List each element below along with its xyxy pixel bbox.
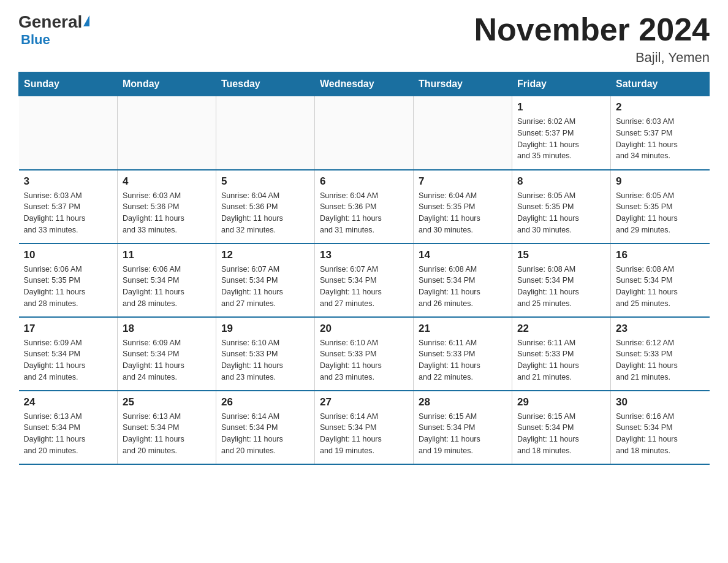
table-row: 7Sunrise: 6:04 AM Sunset: 5:35 PM Daylig… xyxy=(414,170,512,243)
day-info: Sunrise: 6:02 AM Sunset: 5:37 PM Dayligh… xyxy=(517,116,605,162)
day-info: Sunrise: 6:04 AM Sunset: 5:35 PM Dayligh… xyxy=(419,190,507,236)
day-info: Sunrise: 6:05 AM Sunset: 5:35 PM Dayligh… xyxy=(517,190,605,236)
day-info: Sunrise: 6:03 AM Sunset: 5:36 PM Dayligh… xyxy=(123,190,211,236)
day-number: 10 xyxy=(24,249,113,261)
logo-text: General xyxy=(18,12,89,32)
day-info: Sunrise: 6:11 AM Sunset: 5:33 PM Dayligh… xyxy=(517,337,605,383)
day-info: Sunrise: 6:12 AM Sunset: 5:33 PM Dayligh… xyxy=(616,337,705,383)
logo-general-text: General xyxy=(18,12,82,32)
table-row xyxy=(118,96,216,170)
table-row: 12Sunrise: 6:07 AM Sunset: 5:34 PM Dayli… xyxy=(216,243,315,317)
table-row xyxy=(216,96,315,170)
day-number: 8 xyxy=(517,175,605,188)
calendar-header: Sunday Monday Tuesday Wednesday Thursday… xyxy=(19,72,710,96)
table-row: 14Sunrise: 6:08 AM Sunset: 5:34 PM Dayli… xyxy=(414,243,512,317)
calendar-week-row: 24Sunrise: 6:13 AM Sunset: 5:34 PM Dayli… xyxy=(19,391,710,464)
table-row xyxy=(414,96,512,170)
day-number: 19 xyxy=(221,323,309,335)
calendar-body: 1Sunrise: 6:02 AM Sunset: 5:37 PM Daylig… xyxy=(19,96,710,464)
table-row: 10Sunrise: 6:06 AM Sunset: 5:35 PM Dayli… xyxy=(19,243,118,317)
calendar-week-row: 3Sunrise: 6:03 AM Sunset: 5:37 PM Daylig… xyxy=(19,170,710,243)
day-info: Sunrise: 6:15 AM Sunset: 5:34 PM Dayligh… xyxy=(419,411,507,457)
day-number: 18 xyxy=(123,323,211,335)
title-section: November 2024 Bajil, Yemen xyxy=(474,12,710,66)
table-row: 15Sunrise: 6:08 AM Sunset: 5:34 PM Dayli… xyxy=(512,243,611,317)
logo: General Blue xyxy=(18,12,89,48)
day-number: 27 xyxy=(320,396,408,408)
day-number: 14 xyxy=(419,249,507,261)
day-info: Sunrise: 6:14 AM Sunset: 5:34 PM Dayligh… xyxy=(320,411,408,457)
table-row xyxy=(19,96,118,170)
day-number: 23 xyxy=(616,323,705,335)
table-row: 9Sunrise: 6:05 AM Sunset: 5:35 PM Daylig… xyxy=(611,170,710,243)
calendar-week-row: 10Sunrise: 6:06 AM Sunset: 5:35 PM Dayli… xyxy=(19,243,710,317)
day-info: Sunrise: 6:04 AM Sunset: 5:36 PM Dayligh… xyxy=(221,190,309,236)
table-row: 19Sunrise: 6:10 AM Sunset: 5:33 PM Dayli… xyxy=(216,317,315,391)
day-info: Sunrise: 6:09 AM Sunset: 5:34 PM Dayligh… xyxy=(123,337,211,383)
day-number: 6 xyxy=(320,175,408,188)
header-thursday: Thursday xyxy=(414,72,512,96)
table-row: 18Sunrise: 6:09 AM Sunset: 5:34 PM Dayli… xyxy=(118,317,216,391)
day-info: Sunrise: 6:14 AM Sunset: 5:34 PM Dayligh… xyxy=(221,411,309,457)
table-row xyxy=(315,96,414,170)
month-title: November 2024 xyxy=(474,12,710,47)
day-number: 5 xyxy=(221,175,309,188)
calendar-week-row: 17Sunrise: 6:09 AM Sunset: 5:34 PM Dayli… xyxy=(19,317,710,391)
calendar-week-row: 1Sunrise: 6:02 AM Sunset: 5:37 PM Daylig… xyxy=(19,96,710,170)
day-number: 28 xyxy=(419,396,507,408)
day-number: 29 xyxy=(517,396,605,408)
table-row: 2Sunrise: 6:03 AM Sunset: 5:37 PM Daylig… xyxy=(611,96,710,170)
day-info: Sunrise: 6:03 AM Sunset: 5:37 PM Dayligh… xyxy=(616,116,705,162)
header-wednesday: Wednesday xyxy=(315,72,414,96)
day-info: Sunrise: 6:07 AM Sunset: 5:34 PM Dayligh… xyxy=(320,264,408,310)
day-info: Sunrise: 6:10 AM Sunset: 5:33 PM Dayligh… xyxy=(320,337,408,383)
day-info: Sunrise: 6:04 AM Sunset: 5:36 PM Dayligh… xyxy=(320,190,408,236)
calendar-table: Sunday Monday Tuesday Wednesday Thursday… xyxy=(18,72,710,465)
day-info: Sunrise: 6:05 AM Sunset: 5:35 PM Dayligh… xyxy=(616,190,705,236)
header-monday: Monday xyxy=(118,72,216,96)
table-row: 27Sunrise: 6:14 AM Sunset: 5:34 PM Dayli… xyxy=(315,391,414,464)
day-number: 17 xyxy=(24,323,113,335)
day-info: Sunrise: 6:11 AM Sunset: 5:33 PM Dayligh… xyxy=(419,337,507,383)
day-number: 20 xyxy=(320,323,408,335)
table-row: 22Sunrise: 6:11 AM Sunset: 5:33 PM Dayli… xyxy=(512,317,611,391)
day-number: 7 xyxy=(419,175,507,188)
day-number: 2 xyxy=(616,101,705,113)
day-number: 4 xyxy=(123,175,211,188)
table-row: 25Sunrise: 6:13 AM Sunset: 5:34 PM Dayli… xyxy=(118,391,216,464)
day-number: 11 xyxy=(123,249,211,261)
table-row: 13Sunrise: 6:07 AM Sunset: 5:34 PM Dayli… xyxy=(315,243,414,317)
table-row: 6Sunrise: 6:04 AM Sunset: 5:36 PM Daylig… xyxy=(315,170,414,243)
day-info: Sunrise: 6:13 AM Sunset: 5:34 PM Dayligh… xyxy=(24,411,113,457)
logo-triangle-icon xyxy=(83,15,89,26)
day-number: 26 xyxy=(221,396,309,408)
day-number: 24 xyxy=(24,396,113,408)
table-row: 29Sunrise: 6:15 AM Sunset: 5:34 PM Dayli… xyxy=(512,391,611,464)
day-number: 1 xyxy=(517,101,605,113)
table-row: 26Sunrise: 6:14 AM Sunset: 5:34 PM Dayli… xyxy=(216,391,315,464)
table-row: 17Sunrise: 6:09 AM Sunset: 5:34 PM Dayli… xyxy=(19,317,118,391)
day-info: Sunrise: 6:15 AM Sunset: 5:34 PM Dayligh… xyxy=(517,411,605,457)
day-number: 25 xyxy=(123,396,211,408)
day-number: 12 xyxy=(221,249,309,261)
day-number: 30 xyxy=(616,396,705,408)
day-info: Sunrise: 6:07 AM Sunset: 5:34 PM Dayligh… xyxy=(221,264,309,310)
page-header: General Blue November 2024 Bajil, Yemen xyxy=(18,12,710,66)
header-tuesday: Tuesday xyxy=(216,72,315,96)
day-info: Sunrise: 6:06 AM Sunset: 5:35 PM Dayligh… xyxy=(24,264,113,310)
day-info: Sunrise: 6:03 AM Sunset: 5:37 PM Dayligh… xyxy=(24,190,113,236)
table-row: 8Sunrise: 6:05 AM Sunset: 5:35 PM Daylig… xyxy=(512,170,611,243)
day-number: 22 xyxy=(517,323,605,335)
table-row: 11Sunrise: 6:06 AM Sunset: 5:34 PM Dayli… xyxy=(118,243,216,317)
day-info: Sunrise: 6:08 AM Sunset: 5:34 PM Dayligh… xyxy=(419,264,507,310)
logo-blue-text: Blue xyxy=(20,32,50,48)
table-row: 3Sunrise: 6:03 AM Sunset: 5:37 PM Daylig… xyxy=(19,170,118,243)
table-row: 5Sunrise: 6:04 AM Sunset: 5:36 PM Daylig… xyxy=(216,170,315,243)
table-row: 1Sunrise: 6:02 AM Sunset: 5:37 PM Daylig… xyxy=(512,96,611,170)
day-number: 16 xyxy=(616,249,705,261)
table-row: 23Sunrise: 6:12 AM Sunset: 5:33 PM Dayli… xyxy=(611,317,710,391)
day-info: Sunrise: 6:08 AM Sunset: 5:34 PM Dayligh… xyxy=(616,264,705,310)
day-info: Sunrise: 6:09 AM Sunset: 5:34 PM Dayligh… xyxy=(24,337,113,383)
table-row: 24Sunrise: 6:13 AM Sunset: 5:34 PM Dayli… xyxy=(19,391,118,464)
day-info: Sunrise: 6:08 AM Sunset: 5:34 PM Dayligh… xyxy=(517,264,605,310)
